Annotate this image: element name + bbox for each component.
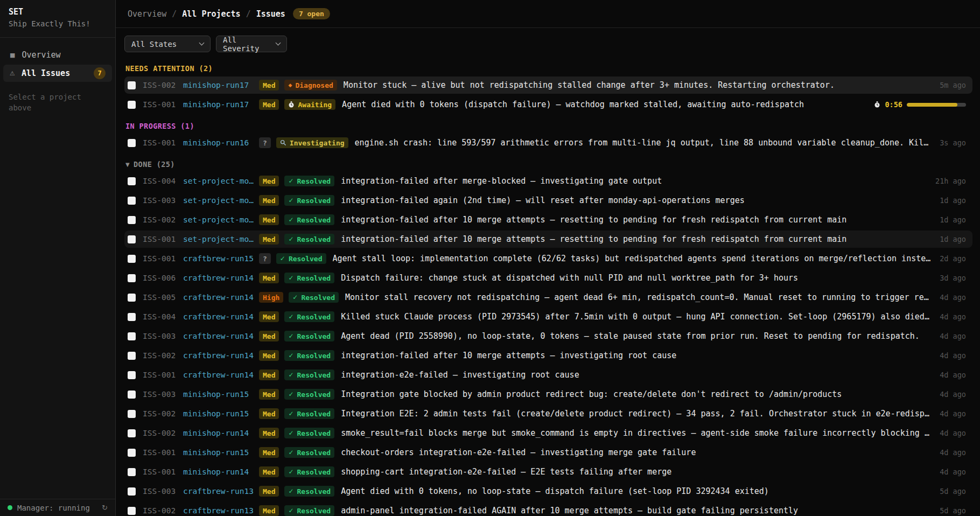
issue-checkbox[interactable] — [128, 410, 136, 418]
status-badge: ✓ Resolved — [284, 486, 334, 497]
issue-meta: 1d ago — [940, 215, 966, 224]
project-link[interactable]: minishop-run14 — [183, 468, 254, 476]
project-link[interactable]: minishop-run15 — [183, 448, 254, 457]
issue-row[interactable]: ISS-002 minishop-run17 Med ◆ Diagnosed M… — [124, 76, 972, 94]
project-link[interactable]: craftbrew-run13 — [183, 506, 254, 515]
timestamp: 3s ago — [940, 138, 966, 147]
issue-title: integration-failed again (2nd time) — wi… — [341, 196, 932, 205]
severity-badge: Med — [259, 99, 279, 110]
sidebar-nav: ■Overview⚠All Issues7 — [0, 46, 115, 82]
issue-row[interactable]: ISS-001 craftbrew-run14 Med ✓ Resolved i… — [124, 366, 972, 383]
status-label: Resolved — [297, 507, 331, 515]
issue-list: NEEDS ATTENTION (2) ISS-002 minishop-run… — [116, 52, 980, 516]
chevron-down-icon — [199, 40, 205, 46]
section-header[interactable]: NEEDS ATTENTION (2) — [125, 64, 972, 73]
issue-row[interactable]: ISS-003 minishop-run15 Med ✓ Resolved In… — [124, 386, 972, 403]
project-link[interactable]: set-project-mo… — [183, 177, 254, 185]
stopwatch-icon — [288, 101, 295, 108]
issue-checkbox[interactable] — [128, 449, 136, 457]
app-tagline: Ship Exactly This! — [9, 19, 107, 28]
check-icon: ✓ — [288, 197, 293, 204]
project-link[interactable]: craftbrew-run14 — [183, 293, 254, 302]
issue-row[interactable]: ISS-001 minishop-run17 Med Awaiting Agen… — [124, 96, 972, 113]
issue-row[interactable]: ISS-002 craftbrew-run13 Med ✓ Resolved a… — [124, 502, 972, 516]
issue-row[interactable]: ISS-003 craftbrew-run14 Med ✓ Resolved A… — [124, 327, 972, 345]
sidebar-item-overview[interactable]: ■Overview — [3, 46, 112, 64]
issue-checkbox[interactable] — [128, 313, 136, 321]
severity-filter-select[interactable]: All Severity — [216, 36, 287, 52]
project-link[interactable]: craftbrew-run14 — [183, 312, 254, 321]
app-title: SET — [9, 7, 107, 17]
issue-checkbox[interactable] — [128, 352, 136, 360]
issue-meta: 4d ago — [940, 332, 966, 340]
issue-checkbox[interactable] — [128, 255, 136, 263]
project-link[interactable]: minishop-run14 — [183, 429, 254, 437]
breadcrumb-item[interactable]: Issues — [256, 9, 285, 19]
issue-checkbox[interactable] — [128, 429, 136, 437]
issue-title: smoke_result=fail blocks merge but smoke… — [341, 428, 932, 438]
issue-row[interactable]: ISS-001 minishop-run15 Med ✓ Resolved ch… — [124, 444, 972, 461]
breadcrumb-item[interactable]: Overview — [128, 9, 166, 19]
issue-checkbox[interactable] — [128, 294, 136, 302]
sidebar-item-all-issues[interactable]: ⚠All Issues7 — [3, 65, 112, 82]
issue-checkbox[interactable] — [128, 487, 136, 496]
issue-checkbox[interactable] — [128, 332, 136, 340]
issue-row[interactable]: ISS-001 minishop-run14 Med ✓ Resolved sh… — [124, 463, 972, 480]
issue-checkbox[interactable] — [128, 391, 136, 399]
issue-row[interactable]: ISS-001 set-project-mo… Med ✓ Resolved i… — [124, 231, 972, 248]
issue-id: ISS-001 — [143, 235, 178, 243]
issue-row[interactable]: ISS-001 minishop-run16 ? Investigating e… — [124, 134, 972, 151]
check-icon: ✓ — [288, 410, 293, 417]
project-link[interactable]: craftbrew-run15 — [183, 254, 254, 263]
breadcrumb: Overview/All Projects/Issues7 open — [116, 0, 980, 28]
project-link[interactable]: set-project-mo… — [183, 235, 254, 243]
issue-meta: 3s ago — [940, 138, 966, 147]
project-link[interactable]: minishop-run16 — [183, 138, 254, 147]
section-header[interactable]: IN PROGRESS (1) — [125, 122, 972, 130]
states-filter-select[interactable]: All States — [124, 36, 211, 52]
issue-row[interactable]: ISS-002 craftbrew-run14 Med ✓ Resolved i… — [124, 347, 972, 364]
issue-checkbox[interactable] — [128, 216, 136, 224]
refresh-icon[interactable]: ↻ — [102, 504, 108, 512]
issue-checkbox[interactable] — [128, 139, 136, 147]
issue-row[interactable]: ISS-006 craftbrew-run14 Med ✓ Resolved D… — [124, 269, 972, 287]
issue-checkbox[interactable] — [128, 101, 136, 109]
issue-meta: 4d ago — [940, 293, 966, 302]
severity-badge: Med — [259, 311, 279, 322]
issue-checkbox[interactable] — [128, 177, 136, 185]
project-link[interactable]: minishop-run15 — [183, 390, 254, 399]
issue-row[interactable]: ISS-002 minishop-run14 Med ✓ Resolved sm… — [124, 424, 972, 442]
check-icon: ✓ — [280, 255, 285, 262]
issue-row[interactable]: ISS-003 craftbrew-run13 Med ✓ Resolved A… — [124, 483, 972, 500]
issue-checkbox[interactable] — [128, 274, 136, 282]
section-header[interactable]: ▼DONE (25) — [125, 160, 972, 169]
project-link[interactable]: set-project-mo… — [183, 196, 254, 205]
issue-row[interactable]: ISS-001 craftbrew-run15 ? ✓ Resolved Age… — [124, 250, 972, 267]
issue-row[interactable]: ISS-002 set-project-mo… Med ✓ Resolved i… — [124, 211, 972, 228]
issue-row[interactable]: ISS-003 set-project-mo… Med ✓ Resolved i… — [124, 192, 972, 209]
project-link[interactable]: set-project-mo… — [183, 215, 254, 224]
issue-row[interactable]: ISS-005 craftbrew-run14 High ✓ Resolved … — [124, 289, 972, 306]
issue-checkbox[interactable] — [128, 197, 136, 205]
project-link[interactable]: minishop-run15 — [183, 409, 254, 418]
status-badge: ✓ Resolved — [284, 176, 334, 186]
project-link[interactable]: craftbrew-run14 — [183, 371, 254, 379]
issue-checkbox[interactable] — [128, 468, 136, 476]
project-link[interactable]: minishop-run17 — [183, 100, 254, 109]
project-link[interactable]: craftbrew-run14 — [183, 351, 254, 360]
breadcrumb-item[interactable]: All Projects — [182, 9, 240, 19]
project-link[interactable]: craftbrew-run14 — [183, 332, 254, 340]
issue-checkbox[interactable] — [128, 507, 136, 515]
issue-title: integration-failed after 10 merge attemp… — [341, 234, 932, 244]
issue-row[interactable]: ISS-004 set-project-mo… Med ✓ Resolved i… — [124, 172, 972, 190]
issue-checkbox[interactable] — [128, 235, 136, 243]
issue-checkbox[interactable] — [128, 371, 136, 379]
issue-row[interactable]: ISS-002 minishop-run15 Med ✓ Resolved In… — [124, 405, 972, 422]
issue-title: Monitor stuck — alive but not redispatch… — [344, 80, 932, 90]
issue-checkbox[interactable] — [128, 81, 136, 89]
timestamp: 5m ago — [940, 81, 966, 89]
project-link[interactable]: minishop-run17 — [183, 81, 254, 89]
project-link[interactable]: craftbrew-run14 — [183, 274, 254, 282]
project-link[interactable]: craftbrew-run13 — [183, 487, 254, 496]
issue-row[interactable]: ISS-004 craftbrew-run14 Med ✓ Resolved K… — [124, 308, 972, 325]
